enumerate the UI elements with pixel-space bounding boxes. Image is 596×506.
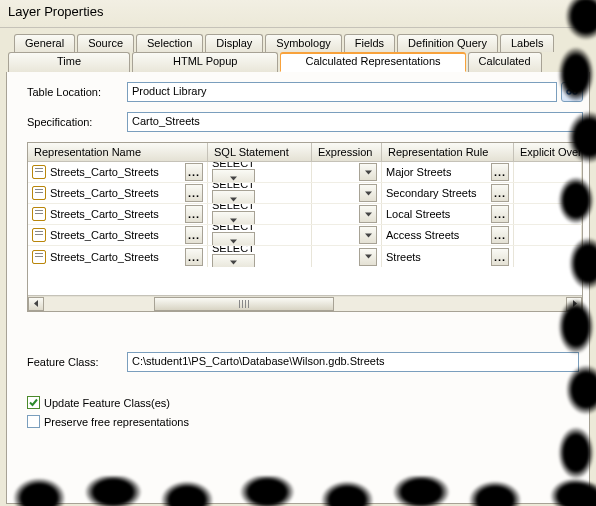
layer-properties-dialog: Layer Properties General Source Selectio…	[0, 0, 596, 506]
tab-calculated-representations[interactable]: Calculated Representations	[280, 52, 465, 72]
dropdown-arrow-icon	[365, 211, 372, 218]
dropdown-arrow-icon	[230, 259, 237, 266]
tab-display[interactable]: Display	[205, 34, 263, 52]
name-edit-button[interactable]: ...	[185, 226, 203, 244]
feature-class-input[interactable]: C:\student1\PS_Carto\Database\Wilson.gdb…	[127, 352, 579, 372]
expression-dropdown-button[interactable]	[359, 163, 377, 181]
representation-icon	[32, 165, 46, 179]
tab-source[interactable]: Source	[77, 34, 134, 52]
cell-rule: Access Streets	[386, 229, 459, 241]
cell-name: Streets_Carto_Streets	[50, 229, 159, 241]
tab-row-1: General Source Selection Display Symbolo…	[14, 34, 590, 52]
feature-class-label: Feature Class:	[27, 356, 127, 368]
dropdown-arrow-icon	[365, 232, 372, 239]
svg-point-1	[573, 90, 577, 94]
tab-symbology[interactable]: Symbology	[265, 34, 341, 52]
representations-grid: Representation Name SQL Statement Expres…	[27, 142, 583, 312]
rule-edit-button[interactable]: ...	[491, 248, 509, 266]
rule-edit-button[interactable]: ...	[491, 205, 509, 223]
cell-rule: Secondary Streets	[386, 187, 477, 199]
rule-edit-button[interactable]: ...	[491, 163, 509, 181]
table-row[interactable]: Streets_Carto_Streets...SELECT Streets..…	[28, 246, 582, 267]
update-feature-classes-checkbox[interactable]	[27, 396, 40, 409]
tab-general[interactable]: General	[14, 34, 75, 52]
scroll-left-button[interactable]	[28, 297, 44, 311]
rule-edit-button[interactable]: ...	[491, 226, 509, 244]
tab-selection[interactable]: Selection	[136, 34, 203, 52]
name-edit-button[interactable]: ...	[185, 248, 203, 266]
cell-sql: SELECT	[212, 162, 255, 182]
cell-name: Streets_Carto_Streets	[50, 187, 159, 199]
grid-horizontal-scrollbar[interactable]	[28, 295, 582, 311]
dropdown-arrow-icon	[365, 169, 372, 176]
scroll-track[interactable]	[44, 297, 566, 311]
specification-label: Specification:	[27, 116, 127, 128]
cell-sql: SELECT	[212, 246, 255, 267]
cell-rule: Streets	[386, 251, 421, 263]
table-location-input[interactable]: Product Library	[127, 82, 557, 102]
tab-html-popup[interactable]: HTML Popup	[132, 52, 278, 72]
update-feature-classes-label: Update Feature Class(es)	[44, 397, 170, 409]
sql-dropdown-button[interactable]	[212, 254, 255, 268]
cell-name: Streets_Carto_Streets	[50, 166, 159, 178]
dialog-title: Layer Properties	[8, 4, 103, 19]
dropdown-arrow-icon	[230, 238, 237, 245]
table-row[interactable]: Streets_Carto_Streets...SELECT Major Str…	[28, 162, 582, 183]
representation-icon	[32, 250, 46, 264]
sql-dropdown-button[interactable]	[212, 211, 255, 224]
arrow-right-icon	[571, 300, 578, 307]
cell-name: Streets_Carto_Streets	[50, 208, 159, 220]
tab-panel-calculated-representations: Table Location: Product Library Specific…	[6, 72, 590, 504]
scroll-right-button[interactable]	[566, 297, 582, 311]
cell-sql: SELECT	[212, 225, 255, 245]
cell-name: Streets_Carto_Streets	[50, 251, 159, 263]
connect-icon	[566, 86, 578, 98]
tab-calculated[interactable]: Calculated	[468, 52, 542, 72]
checkmark-icon	[29, 398, 38, 407]
tab-labels[interactable]: Labels	[500, 34, 554, 52]
table-location-browse-button[interactable]	[561, 82, 583, 102]
expression-dropdown-button[interactable]	[359, 184, 377, 202]
name-edit-button[interactable]: ...	[185, 184, 203, 202]
cell-rule: Local Streets	[386, 208, 450, 220]
representation-icon	[32, 207, 46, 221]
col-header-rule[interactable]: Representation Rule	[382, 143, 514, 161]
col-header-override[interactable]: Explicit Override	[514, 143, 582, 161]
sql-dropdown-button[interactable]	[212, 169, 255, 182]
preserve-free-representations-label: Preserve free representations	[44, 416, 189, 428]
tab-row-2: Time HTML Popup Calculated Representatio…	[8, 52, 590, 72]
tab-time[interactable]: Time	[8, 52, 130, 72]
arrow-left-icon	[33, 300, 40, 307]
representation-icon	[32, 228, 46, 242]
tab-definition-query[interactable]: Definition Query	[397, 34, 498, 52]
cell-sql: SELECT	[212, 204, 255, 224]
scroll-thumb[interactable]	[154, 297, 334, 311]
col-header-sql[interactable]: SQL Statement	[208, 143, 312, 161]
col-header-expression[interactable]: Expression	[312, 143, 382, 161]
table-row[interactable]: Streets_Carto_Streets...SELECT Local Str…	[28, 204, 582, 225]
rule-edit-button[interactable]: ...	[491, 184, 509, 202]
dropdown-arrow-icon	[230, 175, 237, 182]
table-location-label: Table Location:	[27, 86, 127, 98]
specification-input[interactable]: Carto_Streets	[127, 112, 583, 132]
svg-point-0	[567, 90, 571, 94]
sql-dropdown-button[interactable]	[212, 232, 255, 245]
table-row[interactable]: Streets_Carto_Streets...SELECT Access St…	[28, 225, 582, 246]
tab-fields[interactable]: Fields	[344, 34, 395, 52]
dropdown-arrow-icon	[365, 253, 372, 260]
cell-rule: Major Streets	[386, 166, 451, 178]
cell-sql: SELECT	[212, 183, 255, 203]
representation-icon	[32, 186, 46, 200]
preserve-free-representations-checkbox[interactable]	[27, 415, 40, 428]
dropdown-arrow-icon	[365, 190, 372, 197]
dropdown-arrow-icon	[230, 196, 237, 203]
expression-dropdown-button[interactable]	[359, 248, 377, 266]
name-edit-button[interactable]: ...	[185, 205, 203, 223]
expression-dropdown-button[interactable]	[359, 226, 377, 244]
expression-dropdown-button[interactable]	[359, 205, 377, 223]
table-row[interactable]: Streets_Carto_Streets...SELECT Secondary…	[28, 183, 582, 204]
col-header-name[interactable]: Representation Name	[28, 143, 208, 161]
tabs: General Source Selection Display Symbolo…	[6, 34, 590, 72]
sql-dropdown-button[interactable]	[212, 190, 255, 203]
name-edit-button[interactable]: ...	[185, 163, 203, 181]
